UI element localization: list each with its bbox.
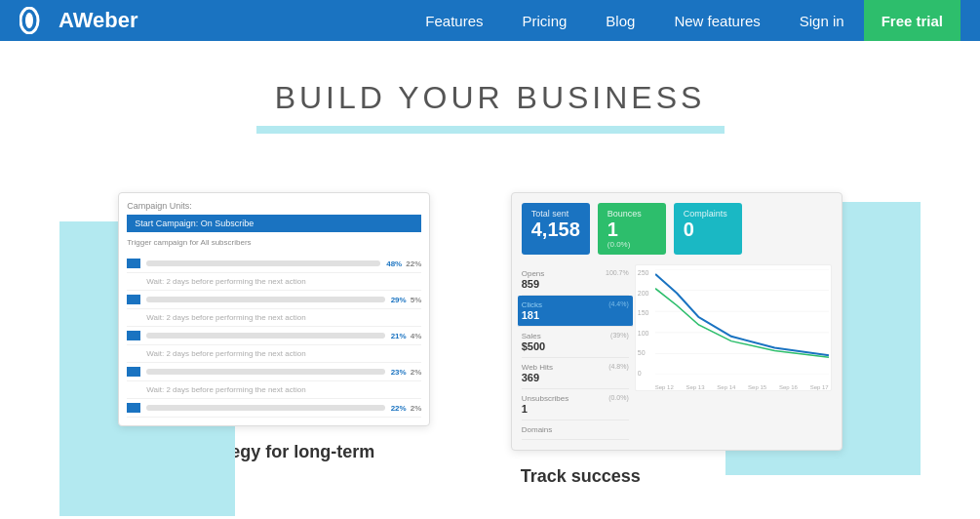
opens-3: 21% [391, 332, 407, 340]
wait-row-1: Wait: 2 days before performing the next … [127, 273, 421, 291]
email-icon-1 [127, 259, 140, 268]
stats-body: Opens 100.7% 859 Clicks (4.4%) 181 [522, 264, 832, 440]
stat-opens-label: Opens 100.7% [522, 269, 629, 278]
email-icon-5 [127, 403, 140, 413]
wait-row-4: Wait: 2 days before performing the next … [127, 381, 421, 399]
stat-opens-value: 859 [522, 278, 629, 290]
line-chart [655, 269, 829, 375]
right-panel: Total sent 4,158 Bounces 1 (0.0%) Compla… [511, 182, 921, 487]
stat-opens: Opens 100.7% 859 [522, 264, 629, 296]
complaints-label: Complaints [684, 209, 732, 219]
row-stats-1: 48% 22% [386, 260, 421, 268]
logo[interactable]: AWeber [20, 7, 138, 34]
bounces-box: Bounces 1 (0.0%) [598, 203, 666, 255]
campaign-subtitle: Trigger campaign for All subscribers [127, 238, 421, 247]
bounces-sub: (0.0%) [608, 240, 656, 249]
stat-clicks-label: Clicks (4.4%) [522, 300, 629, 309]
complaints-box: Complaints 0 [674, 203, 742, 255]
stat-domains: Domains [522, 420, 629, 440]
campaign-row-3: 21% 4% [127, 327, 421, 345]
row-bar-5 [146, 405, 384, 411]
nav-signin[interactable]: Sign in [780, 0, 864, 41]
row-bar-3 [146, 333, 384, 339]
hero-underline [256, 126, 725, 134]
stat-sales-label: Sales (39%) [522, 332, 629, 340]
hero-title: BUILD YOUR BUSINESS [0, 80, 980, 116]
clicks-2: 5% [411, 296, 422, 304]
campaign-row-4: 23% 2% [127, 363, 421, 381]
stats-card: Total sent 4,158 Bounces 1 (0.0%) Compla… [511, 192, 843, 451]
stat-unsubs: Unsubscribes (0.0%) 1 [522, 389, 629, 420]
opens-5: 22% [391, 404, 407, 413]
left-panel: Campaign Units: Start Campaign: On Subsc… [59, 182, 469, 462]
stat-domains-label: Domains [522, 425, 629, 434]
chart-y-labels: 250 200 150 100 50 0 [638, 269, 649, 377]
bounces-value: 1 [608, 219, 656, 240]
stat-web-hits: Web Hits (4.8%) 369 [522, 358, 629, 389]
total-sent-label: Total sent [531, 209, 580, 219]
stat-web-hits-value: 369 [522, 372, 629, 383]
clicks-4: 2% [411, 368, 422, 377]
nav-pricing[interactable]: Pricing [502, 0, 586, 41]
campaign-row-1: 48% 22% [127, 255, 421, 273]
row-bar-4 [146, 369, 384, 375]
email-icon-2 [127, 295, 140, 304]
wait-row-2: Wait: 2 days before performing the next … [127, 309, 421, 327]
navbar: AWeber Features Pricing Blog New feature… [0, 0, 980, 41]
campaign-row-5: 22% 2% [127, 399, 421, 418]
stat-unsubs-value: 1 [522, 403, 629, 415]
chart-svg-area [655, 269, 829, 375]
nav-links: Features Pricing Blog New features Sign … [406, 0, 960, 41]
row-stats-2: 29% 5% [391, 296, 422, 304]
stats-chart: 250 200 150 100 50 0 [635, 264, 832, 391]
row-stats-4: 23% 2% [391, 368, 422, 377]
email-icon-4 [127, 367, 140, 377]
stats-top-row: Total sent 4,158 Bounces 1 (0.0%) Compla… [522, 203, 832, 255]
row-bar-2 [146, 297, 384, 302]
opens-2: 29% [391, 296, 407, 304]
stat-sales: Sales (39%) $500 [522, 327, 629, 358]
opens-1: 48% [386, 260, 402, 268]
nav-free-trial-button[interactable]: Free trial [864, 0, 960, 41]
stat-web-hits-label: Web Hits (4.8%) [522, 363, 629, 372]
campaign-header-label: Campaign Units: [127, 201, 421, 211]
opens-4: 23% [391, 368, 407, 377]
stat-sales-value: $500 [522, 340, 629, 352]
stat-clicks: Clicks (4.4%) 181 [518, 296, 633, 327]
email-icon-3 [127, 331, 140, 340]
stats-left-col: Opens 100.7% 859 Clicks (4.4%) 181 [522, 264, 629, 440]
wait-row-3: Wait: 2 days before performing the next … [127, 345, 421, 363]
logo-text: AWeber [59, 8, 138, 33]
row-stats-3: 21% 4% [391, 332, 422, 340]
row-bar-1 [146, 260, 380, 266]
chart-x-labels: Sep 12 Sep 13 Sep 14 Sep 15 Sep 16 Sep 1… [655, 384, 829, 390]
bounces-label: Bounces [608, 209, 656, 219]
campaign-blue-bar: Start Campaign: On Subscribe [127, 215, 421, 232]
clicks-5: 2% [411, 404, 422, 413]
stat-clicks-value: 181 [522, 309, 629, 321]
row-stats-5: 22% 2% [391, 404, 422, 413]
stat-unsubs-label: Unsubscribes (0.0%) [522, 394, 629, 403]
campaign-card: Campaign Units: Start Campaign: On Subsc… [118, 192, 430, 426]
clicks-1: 22% [406, 260, 421, 268]
aweber-logo-icon [20, 7, 53, 34]
campaign-row-2: 29% 5% [127, 291, 421, 309]
hero-section: BUILD YOUR BUSINESS [0, 41, 980, 163]
total-sent-box: Total sent 4,158 [522, 203, 590, 255]
nav-new-features[interactable]: New features [654, 0, 779, 41]
nav-features[interactable]: Features [406, 0, 502, 41]
svg-point-1 [25, 13, 33, 28]
content-area: Campaign Units: Start Campaign: On Subsc… [0, 163, 980, 516]
total-sent-value: 4,158 [531, 219, 580, 240]
clicks-3: 4% [411, 332, 422, 340]
nav-blog[interactable]: Blog [586, 0, 654, 41]
complaints-value: 0 [684, 219, 732, 240]
